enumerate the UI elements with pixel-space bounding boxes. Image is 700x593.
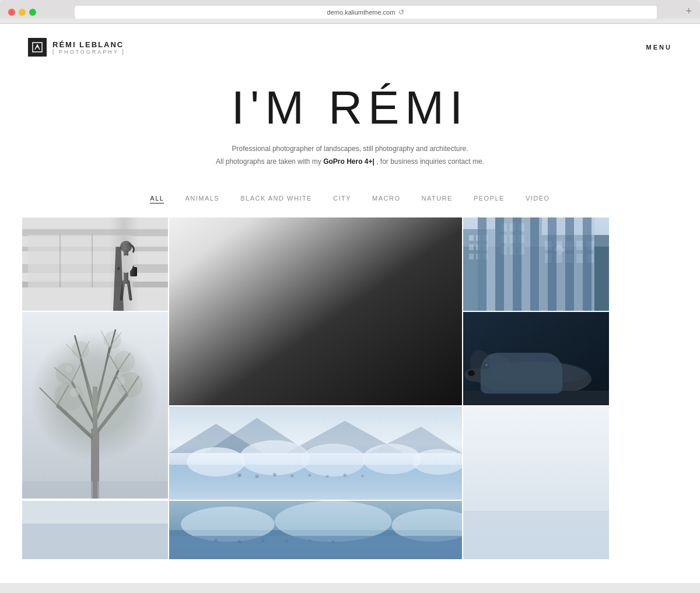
svg-point-121 bbox=[256, 475, 259, 478]
svg-rect-114 bbox=[169, 465, 462, 500]
svg-point-138 bbox=[261, 539, 265, 542]
svg-line-86 bbox=[80, 341, 89, 359]
svg-rect-59 bbox=[587, 241, 594, 250]
svg-point-126 bbox=[343, 473, 346, 477]
hero-desc-line2-suffix: , for business inquiries contact me. bbox=[374, 157, 484, 166]
svg-rect-53 bbox=[519, 247, 524, 255]
logo-name: RÉMI LEBLANC bbox=[52, 40, 125, 49]
svg-line-77 bbox=[40, 388, 57, 405]
svg-rect-49 bbox=[510, 235, 516, 243]
svg-rect-43 bbox=[483, 254, 488, 259]
svg-rect-51 bbox=[501, 247, 507, 255]
svg-point-140 bbox=[308, 539, 311, 542]
filter-animals[interactable]: ANIMALS bbox=[185, 195, 219, 203]
site-header: RÉMI LEBLANC [ PHOTOGRAPHY ] MENU bbox=[0, 24, 700, 67]
svg-point-103 bbox=[464, 368, 488, 382]
photo-gallery bbox=[0, 217, 700, 559]
svg-rect-44 bbox=[495, 217, 542, 311]
svg-point-127 bbox=[361, 475, 364, 478]
svg-line-22 bbox=[239, 285, 312, 405]
url-bar[interactable]: demo.kaliumtheme.com ↺ bbox=[75, 6, 657, 19]
svg-point-91 bbox=[55, 363, 76, 384]
svg-point-106 bbox=[485, 364, 488, 366]
close-button[interactable] bbox=[8, 9, 15, 16]
gallery-item-bottom-left[interactable] bbox=[22, 501, 168, 559]
svg-point-96 bbox=[117, 377, 125, 385]
svg-point-97 bbox=[65, 366, 72, 373]
svg-rect-57 bbox=[566, 241, 573, 250]
svg-rect-6 bbox=[22, 282, 168, 287]
svg-rect-18 bbox=[169, 217, 462, 405]
gallery-item-dog[interactable] bbox=[463, 312, 609, 405]
minimize-button[interactable] bbox=[19, 9, 26, 16]
svg-line-23 bbox=[251, 286, 320, 405]
svg-line-71 bbox=[72, 382, 95, 426]
svg-line-85 bbox=[66, 344, 80, 359]
hero-desc-bold: GoPro Hero 4+| bbox=[323, 157, 374, 166]
svg-rect-52 bbox=[510, 247, 516, 255]
gallery-item-buildings[interactable] bbox=[463, 217, 609, 311]
hero-desc-line2-prefix: All photographs are taken with my bbox=[216, 157, 323, 166]
filter-nature[interactable]: NATURE bbox=[421, 195, 452, 203]
svg-line-15 bbox=[128, 282, 131, 299]
svg-rect-45 bbox=[501, 223, 507, 231]
reload-icon[interactable]: ↺ bbox=[398, 8, 404, 16]
filter-black-and-white[interactable]: BLACK AND WHITE bbox=[240, 195, 312, 203]
gallery-item-steam[interactable] bbox=[169, 406, 462, 500]
menu-button[interactable]: MENU bbox=[646, 44, 672, 51]
svg-rect-66 bbox=[463, 217, 609, 247]
svg-point-139 bbox=[285, 540, 288, 543]
svg-line-30 bbox=[333, 311, 380, 405]
svg-point-134 bbox=[275, 501, 392, 542]
svg-point-115 bbox=[187, 447, 245, 476]
gallery-item-black-structure[interactable] bbox=[169, 217, 462, 405]
svg-point-17 bbox=[119, 255, 133, 273]
svg-line-81 bbox=[54, 367, 72, 382]
svg-point-105 bbox=[481, 362, 489, 369]
filter-city[interactable]: CITY bbox=[333, 195, 351, 203]
svg-line-29 bbox=[321, 305, 371, 405]
new-tab-button[interactable]: + bbox=[685, 6, 692, 16]
svg-line-74 bbox=[95, 347, 110, 414]
svg-rect-67 bbox=[22, 312, 168, 499]
svg-rect-32 bbox=[305, 329, 311, 338]
svg-marker-19 bbox=[198, 264, 415, 405]
svg-point-136 bbox=[214, 539, 218, 542]
svg-rect-129 bbox=[22, 524, 168, 559]
svg-rect-7 bbox=[28, 235, 133, 287]
svg-line-73 bbox=[80, 359, 95, 417]
svg-point-90 bbox=[117, 372, 143, 398]
maximize-button[interactable] bbox=[29, 9, 36, 16]
svg-line-26 bbox=[286, 293, 345, 405]
svg-line-84 bbox=[108, 354, 118, 370]
svg-line-21 bbox=[228, 282, 304, 405]
svg-rect-2 bbox=[22, 217, 168, 311]
filter-nav: ALL ANIMALS BLACK AND WHITE CITY MACRO N… bbox=[0, 183, 700, 217]
svg-line-13 bbox=[126, 261, 133, 267]
svg-point-108 bbox=[484, 362, 589, 385]
svg-rect-48 bbox=[501, 235, 507, 243]
svg-line-72 bbox=[95, 370, 118, 423]
gallery-item-subway[interactable] bbox=[22, 217, 168, 311]
filter-video[interactable]: VIDEO bbox=[526, 195, 550, 203]
svg-line-27 bbox=[298, 296, 354, 405]
hero-title: I'M RÉMI bbox=[12, 85, 688, 131]
svg-rect-56 bbox=[555, 241, 562, 250]
logo-icon bbox=[28, 38, 47, 57]
svg-rect-5 bbox=[22, 264, 168, 273]
logo-text: RÉMI LEBLANC [ PHOTOGRAPHY ] bbox=[52, 40, 125, 55]
svg-point-120 bbox=[237, 473, 241, 477]
gallery-item-bottom-right[interactable] bbox=[463, 406, 609, 559]
filter-all[interactable]: ALL bbox=[150, 195, 164, 203]
svg-rect-46 bbox=[510, 223, 516, 231]
filter-people[interactable]: PEOPLE bbox=[474, 195, 505, 203]
svg-line-12 bbox=[118, 261, 126, 269]
filter-macro[interactable]: MACRO bbox=[372, 195, 400, 203]
gallery-item-bottom-middle[interactable] bbox=[169, 501, 462, 559]
svg-line-28 bbox=[310, 299, 362, 405]
svg-rect-37 bbox=[483, 235, 488, 241]
gallery-item-tree[interactable] bbox=[22, 312, 168, 499]
svg-rect-98 bbox=[22, 481, 168, 499]
svg-line-82 bbox=[72, 364, 80, 382]
svg-line-76 bbox=[95, 329, 116, 405]
